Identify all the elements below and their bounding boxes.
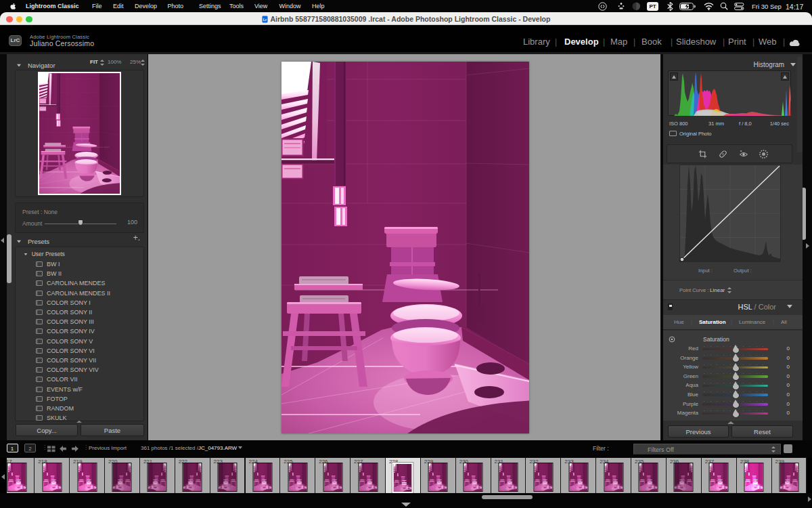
svg-text:Lr: Lr <box>263 18 267 22</box>
